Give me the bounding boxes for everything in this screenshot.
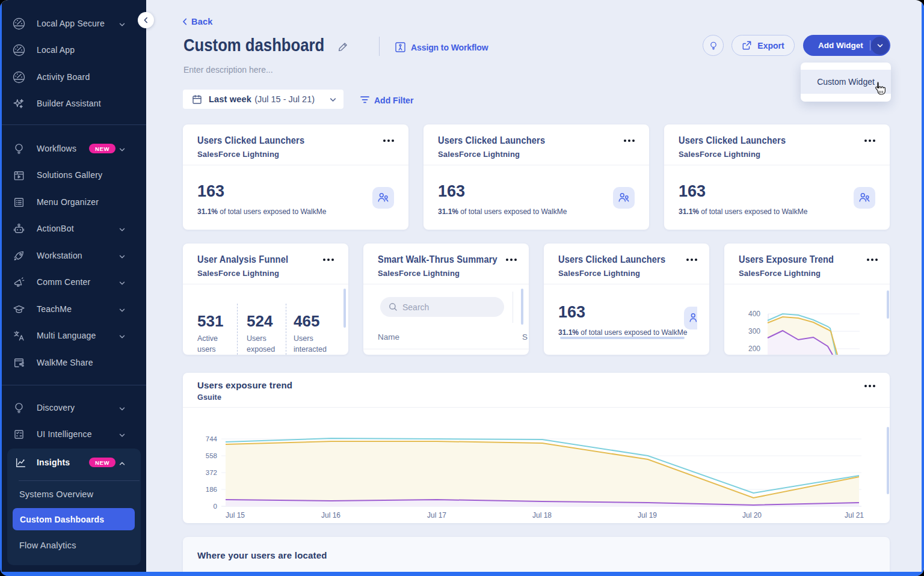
svg-text:0: 0 <box>214 503 217 510</box>
svg-text:Jul 19: Jul 19 <box>638 511 657 519</box>
svg-text:Jul 21: Jul 21 <box>845 511 864 519</box>
svg-text:Jul 15: Jul 15 <box>226 511 245 519</box>
svg-text:558: 558 <box>206 452 217 459</box>
svg-text:372: 372 <box>206 469 217 476</box>
svg-text:186: 186 <box>206 486 217 493</box>
svg-text:200: 200 <box>748 345 760 353</box>
svg-text:Jul 16: Jul 16 <box>321 511 340 519</box>
svg-text:Jul 20: Jul 20 <box>742 511 762 519</box>
svg-text:400: 400 <box>748 310 760 318</box>
svg-text:744: 744 <box>206 435 218 443</box>
svg-text:300: 300 <box>748 327 760 335</box>
svg-text:Jul 18: Jul 18 <box>532 511 552 519</box>
svg-text:Jul 17: Jul 17 <box>427 511 446 519</box>
